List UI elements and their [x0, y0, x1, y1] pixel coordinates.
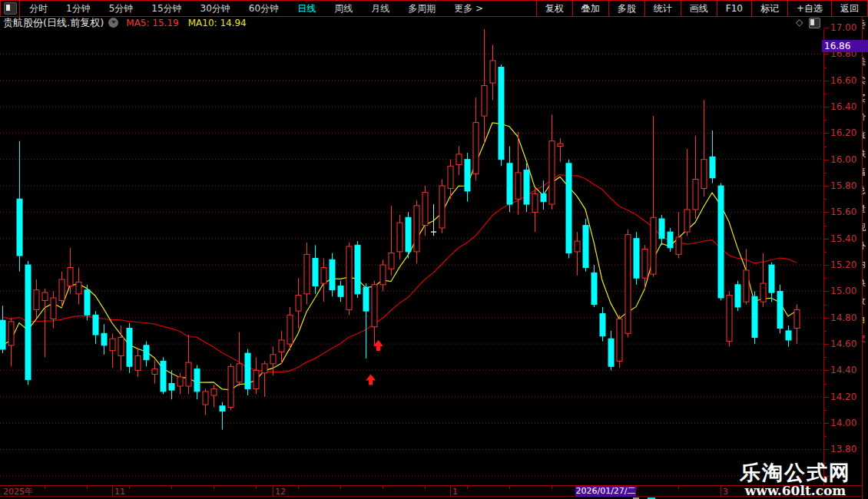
candle-up — [270, 355, 276, 364]
candle-up — [203, 392, 208, 405]
candle-up — [228, 366, 234, 407]
candle-up — [414, 206, 419, 252]
quote-panel-clipped-char: 1 — [862, 421, 868, 440]
candle-up — [59, 279, 65, 300]
price-axis-tick — [824, 384, 827, 385]
candle-up — [456, 154, 462, 165]
price-axis-tick — [824, 212, 829, 213]
candle-down — [93, 315, 98, 335]
candle-up — [727, 296, 732, 342]
price-axis-tick — [824, 265, 829, 266]
quote-panel-clipped-char: 涨 — [862, 127, 868, 145]
candle-down — [313, 258, 318, 286]
price-axis-tick — [824, 449, 829, 450]
quote-panel-clipped-char: 1 — [862, 385, 868, 403]
candle-up — [684, 210, 690, 232]
tab-period-2[interactable]: 5分钟 — [100, 1, 143, 16]
watermark-site-name: 乐淘公式网 — [740, 462, 851, 484]
candle-up — [490, 61, 495, 83]
tab-period-5[interactable]: 60分钟 — [240, 1, 288, 16]
toolbar-button-8[interactable]: 返回 — [831, 1, 867, 16]
candle-down — [363, 287, 369, 311]
candle-up — [279, 340, 284, 352]
toolbar-button-4[interactable]: 画线 — [681, 1, 717, 16]
candle-up — [625, 235, 631, 334]
price-axis-tick — [824, 318, 829, 319]
price-axis-tick — [824, 239, 829, 240]
time-axis-week-tick — [467, 486, 468, 489]
candle-down — [194, 369, 200, 392]
price-axis-tick — [824, 94, 827, 94]
candle-down — [127, 328, 132, 366]
candle-up — [177, 377, 183, 386]
toolbar-button-0[interactable]: 复权 — [536, 1, 572, 16]
tab-period-7[interactable]: 周线 — [325, 1, 362, 16]
candle-up — [211, 388, 217, 395]
time-axis-week-tick — [383, 486, 383, 489]
tab-period-9[interactable]: 多周期 — [399, 1, 445, 16]
price-axis-tick — [824, 133, 829, 134]
price-axis-label: 16.20 — [830, 127, 856, 138]
tab-period-1[interactable]: 1分钟 — [57, 1, 100, 16]
quote-panel-clipped-char: 价 — [862, 108, 868, 127]
price-axis-tick — [824, 186, 829, 187]
toolbar-button-7[interactable]: +自选 — [787, 1, 831, 16]
stock-chart-app: 分时1分钟5分钟15分钟30分钟60分钟日线周线月线多周期更多 > 复权叠加多股… — [0, 0, 868, 499]
price-axis-tick — [824, 278, 827, 279]
toolbar: 分时1分钟5分钟15分钟30分钟60分钟日线周线月线多周期更多 > 复权叠加多股… — [0, 0, 868, 17]
price-axis-label: 14.00 — [830, 418, 856, 428]
candle-up — [42, 292, 48, 300]
candle-up — [253, 370, 259, 388]
candlestick-plot[interactable] — [0, 29, 823, 485]
panel-layout-icon[interactable] — [809, 18, 820, 28]
toolbar-button-3[interactable]: 统计 — [644, 1, 681, 16]
quote-panel-clipped-char: 幅 — [862, 164, 868, 182]
candle-up — [296, 296, 301, 312]
toolbar-button-6[interactable]: 标记 — [751, 1, 787, 16]
candle-down — [17, 199, 22, 256]
tab-period-0[interactable]: 分时 — [20, 1, 57, 16]
price-axis-tick — [824, 423, 829, 424]
candle-down — [600, 314, 605, 336]
candle-down — [735, 285, 740, 307]
price-axis-tick — [824, 410, 827, 411]
time-axis-week-tick — [636, 486, 637, 489]
toolbar-button-2[interactable]: 多股 — [608, 1, 644, 16]
window-layout-icon[interactable] — [4, 2, 17, 15]
candle-down — [752, 296, 757, 337]
candle-down — [330, 259, 335, 289]
candle-down — [144, 345, 149, 360]
toolbar-button-1[interactable]: 叠加 — [572, 1, 608, 16]
tab-period-4[interactable]: 30分钟 — [191, 1, 240, 16]
candle-down — [25, 265, 31, 379]
price-axis-label: 15.80 — [830, 180, 856, 191]
candle-down — [0, 320, 5, 349]
candle-down — [161, 361, 166, 391]
time-axis-month-separator — [273, 486, 273, 497]
cursor-date-box: 2026/01/27/二 — [575, 486, 636, 497]
chevron-down-icon[interactable] — [108, 18, 118, 28]
bottom-pane-sliver — [0, 496, 862, 499]
price-axis-label: 13.80 — [830, 444, 856, 454]
tab-period-10[interactable]: 更多 > — [445, 1, 492, 16]
window-layout-icon-glyph — [6, 5, 10, 11]
time-axis-week-tick — [340, 486, 341, 489]
quote-panel-sliver: 委比差卖买价涨跌幅总量现外内换收自交111111 — [862, 16, 868, 499]
candle-down — [355, 245, 360, 294]
toolbar-button-5[interactable]: F10 — [717, 1, 751, 16]
candle-up — [760, 283, 766, 302]
tab-period-8[interactable]: 月线 — [362, 1, 399, 16]
price-axis: 17.0016.8016.6016.4016.2016.0015.8015.60… — [823, 29, 863, 485]
tab-period-3[interactable]: 15分钟 — [142, 1, 190, 16]
tab-period-6[interactable]: 日线 — [288, 1, 325, 16]
candle-down — [101, 333, 107, 345]
candle-up — [186, 362, 191, 386]
price-axis-label: 15.00 — [830, 286, 856, 296]
quote-panel-sliver-text: 委比差卖买价涨跌幅总量现外内换收自交111111 — [862, 16, 868, 458]
quote-panel-clipped-char: 总 — [862, 182, 868, 200]
candle-down — [659, 219, 664, 239]
candle-down — [541, 193, 546, 201]
candle-down — [220, 406, 225, 411]
diamond-icon[interactable]: ◇ — [796, 17, 803, 28]
candle-up — [693, 179, 698, 209]
